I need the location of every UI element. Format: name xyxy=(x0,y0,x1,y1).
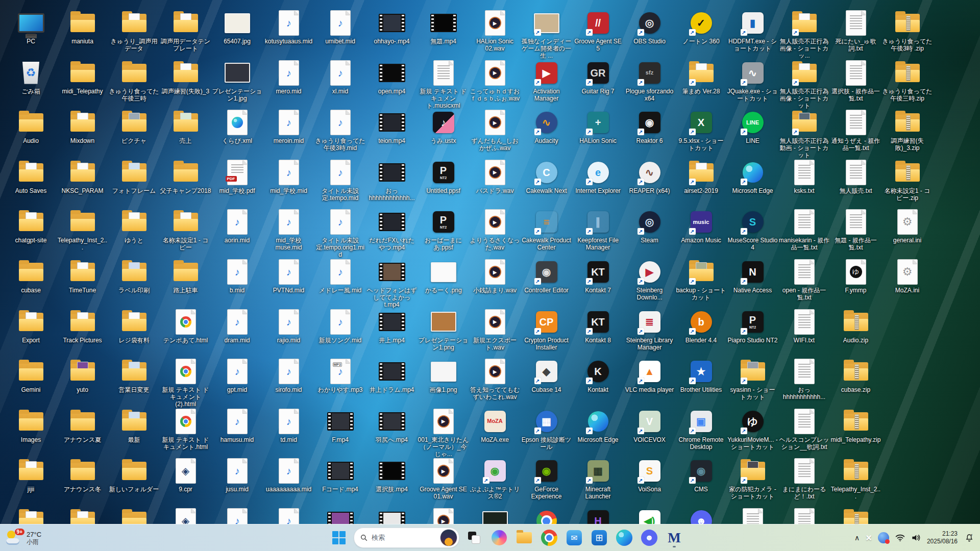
desktop[interactable]: PCmaniutaきゅうり_調声用データ調声用データテンプレート65407.jp… xyxy=(0,0,980,551)
desktop-icon[interactable]: 名称未設定1 - コピー.zip xyxy=(881,159,933,202)
desktop-icon[interactable]: きゅうり食ってた午後三時 xyxy=(108,59,160,102)
desktop-icon[interactable]: 選択肢 - 親作品一覧.txt xyxy=(830,59,881,102)
desktop-icon[interactable]: CP↗Crypton Product Installer xyxy=(521,308,572,351)
desktop-icon[interactable]: フォトフレーム xyxy=(108,159,160,194)
desktop-icon[interactable]: ↗家の防犯カメラ - ショートカット xyxy=(727,457,778,500)
desktop-icon[interactable]: ♪きゅうり食ってた午後3時.mid xyxy=(314,109,366,152)
desktop-icon[interactable]: Track Pictures xyxy=(57,308,108,344)
desktop-icon[interactable]: 無人販売.txt xyxy=(830,159,881,194)
edge-button[interactable] xyxy=(614,528,634,548)
desktop-icon[interactable]: ◈9.cpr xyxy=(160,457,211,493)
desktop-icon[interactable]: midi_Telepathy.zip xyxy=(830,408,881,443)
desktop-icon[interactable]: 新規 テキスト ドキュメント.html xyxy=(160,408,211,450)
desktop-icon[interactable]: ヘッドフォンはずしててよかっt.mp4 xyxy=(366,258,418,308)
desktop-icon[interactable]: V↗VOICEVOX xyxy=(624,408,675,443)
desktop-icon[interactable]: ⚙general.ini xyxy=(881,208,933,244)
desktop-icon[interactable]: おっhhhhhhhhhhhh... xyxy=(366,159,418,202)
desktop-icon[interactable]: Fコード.mp4 xyxy=(314,457,366,493)
desktop-icon[interactable]: ゆ↗YukkuriMovieM... - ショートカット xyxy=(727,408,778,450)
desktop-icon[interactable]: きゅうり食ってた午後三時.zip xyxy=(881,59,933,102)
desktop-icon[interactable]: ↗syasinn - ショートカット xyxy=(727,358,778,400)
desktop-icon[interactable]: ♪jusu.mid xyxy=(211,457,263,493)
desktop-icon[interactable]: ↗backup - ショートカット xyxy=(675,258,727,301)
desktop-icon[interactable]: 選択肢.mp4 xyxy=(366,457,418,493)
desktop-icon[interactable]: ♪meroin.mid xyxy=(263,109,314,144)
desktop-icon[interactable]: midi_Telepathy xyxy=(57,59,108,95)
mail-button[interactable]: ✉ xyxy=(564,528,584,548)
desktop-icon[interactable]: GR↗Guitar Rig 7 xyxy=(572,59,624,95)
desktop-icon[interactable]: ▦↗Epson 接続診断ツール xyxy=(521,408,572,450)
desktop-icon[interactable]: ♪うみ.ustx xyxy=(418,109,469,144)
desktop-icon[interactable]: ♪xl.mid xyxy=(314,59,366,95)
desktop-icon[interactable]: ▶こってゅｈｄすおｆｄｓｂふぉ.wav xyxy=(469,59,521,102)
file-explorer-button[interactable] xyxy=(514,528,534,548)
desktop-icon[interactable]: ⚙MoZA.ini xyxy=(881,258,933,294)
desktop-icon[interactable]: ♪hamusu.mid xyxy=(211,408,263,443)
desktop-icon[interactable]: かるーく.png xyxy=(418,258,469,294)
desktop-icon[interactable]: ♻ごみ箱 xyxy=(5,59,57,95)
desktop-icon[interactable]: ∿↗REAPER (x64) xyxy=(624,159,675,194)
desktop-icon[interactable]: 調声練習(失敗)_3.zip xyxy=(881,109,933,152)
desktop-icon[interactable]: おっhhhhhhhhhhh... xyxy=(778,358,830,400)
desktop-icon[interactable]: ≣↗Steinberg Library Manager xyxy=(624,308,675,351)
desktop-icon[interactable]: PNT2おーばーまにあ.ppsf xyxy=(418,208,469,251)
desktop-icon[interactable]: maniuta xyxy=(57,9,108,45)
desktop-icon[interactable]: ▶HALion Sonic 02.wav xyxy=(469,9,521,52)
desktop-icon[interactable]: ♪kotusytuaaus.mid xyxy=(263,9,314,45)
desktop-icon[interactable]: ↗無人販売不正行為 動画 - ショートカット xyxy=(778,109,830,159)
desktop-icon[interactable]: PNT2↗Piapro Studio NT2 xyxy=(727,308,778,344)
desktop-icon[interactable]: 新規 テキスト ドキュメント.musicxml xyxy=(418,59,469,109)
desktop-icon[interactable]: ∥↗Keepforest File Manager xyxy=(572,208,624,251)
desktop-icon[interactable]: ✓↗ノートン 360 xyxy=(675,9,727,45)
tray-x-app-icon[interactable]: × xyxy=(866,532,872,544)
desktop-icon[interactable]: Export xyxy=(5,308,57,344)
desktop-icon[interactable]: ▶バスドラ.wav xyxy=(469,159,521,194)
desktop-icon[interactable]: K↗Kontakt xyxy=(572,358,624,393)
desktop-icon[interactable]: ksks.txt xyxy=(778,159,830,194)
desktop-icon[interactable]: NKSC_PARAM xyxy=(57,159,108,194)
desktop-icon[interactable]: ♪PVTNd.mid xyxy=(263,258,314,294)
weather-widget[interactable]: 9+ 27°C 小雨 xyxy=(6,524,41,551)
desktop-icon[interactable]: 父子キャンプ2018 xyxy=(160,159,211,194)
desktop-icon[interactable]: ◉↗ぷよぷよ™テトリス®2 xyxy=(469,457,521,500)
desktop-icon[interactable]: ♪b.mid xyxy=(211,258,263,294)
desktop-icon[interactable]: N↗Native Access xyxy=(727,258,778,294)
desktop-icon[interactable]: 井上ドラム.mp4 xyxy=(366,358,418,393)
desktop-icon[interactable]: ▮↗HDDFMT.exe - ショートカット xyxy=(727,9,778,52)
desktop-icon[interactable]: ◉↗Controller Editor xyxy=(521,258,572,294)
store-button[interactable]: ⊞ xyxy=(589,528,609,548)
desktop-icon[interactable]: 最新 xyxy=(108,408,160,443)
desktop-icon[interactable]: ♪uaaaaaaaaa.mid xyxy=(263,457,314,493)
desktop-icon[interactable]: Audio.zip xyxy=(830,308,881,344)
desktop-icon[interactable]: ♪dram.mid xyxy=(211,308,263,344)
desktop-icon[interactable]: 画像1.png xyxy=(418,358,469,393)
desktop-icon[interactable]: ◎↗Steam xyxy=(624,208,675,244)
tray-chevron-up-icon[interactable]: ∧ xyxy=(854,534,860,542)
desktop-icon[interactable]: 名称未設定1 - コピー xyxy=(160,208,211,251)
desktop-icon[interactable]: きゅうり食ってた午後3時 .zip xyxy=(881,9,933,52)
desktop-icon[interactable]: ▶Groove Agent SE 01.wav xyxy=(418,457,469,500)
desktop-icon[interactable]: LINE↗LINE xyxy=(727,109,778,144)
desktop-icon[interactable]: ラベル印刷 xyxy=(108,258,160,294)
desktop-icon[interactable]: 新規 テキスト ドキュメント (2).html xyxy=(160,358,211,408)
desktop-icon[interactable]: 羽尻へ.mp4 xyxy=(366,408,418,443)
desktop-icon[interactable]: e↗Internet Explorer xyxy=(572,159,624,194)
desktop-icon[interactable]: ♪gpt.mid xyxy=(211,358,263,393)
desktop-icon[interactable]: テンポあて.html xyxy=(160,308,211,344)
desktop-icon[interactable]: ∿↗Audacity xyxy=(521,109,572,144)
desktop-icon[interactable]: Mixdown xyxy=(57,109,108,144)
clock[interactable]: 21:23 2025/08/16 xyxy=(927,530,958,545)
desktop-icon[interactable]: C↗Cakewalk Next xyxy=(521,159,572,194)
desktop-icon[interactable]: 路上駐車 xyxy=(160,258,211,294)
desktop-icon[interactable]: ♪rajio.mid xyxy=(263,308,314,344)
desktop-icon[interactable]: S↗MuseScore Studio 4 xyxy=(727,208,778,251)
desktop-icon[interactable]: TimeTune xyxy=(57,258,108,294)
desktop-icon[interactable]: 新しいフォルダー xyxy=(108,457,160,493)
desktop-icon[interactable]: Auto Saves xyxy=(5,159,57,194)
search-input[interactable]: 検索 xyxy=(354,528,459,548)
desktop-icon[interactable]: ohhayo-.mp4 xyxy=(366,9,418,45)
desktop-icon[interactable]: ◉↗Reaktor 6 xyxy=(624,109,675,144)
desktop-icon[interactable]: きゅうり_調声用データ xyxy=(108,9,160,52)
desktop-icon[interactable]: Telepathy_Inst_2... xyxy=(830,457,881,500)
desktop-icon[interactable]: b↗Blender 4.4 xyxy=(675,308,727,344)
